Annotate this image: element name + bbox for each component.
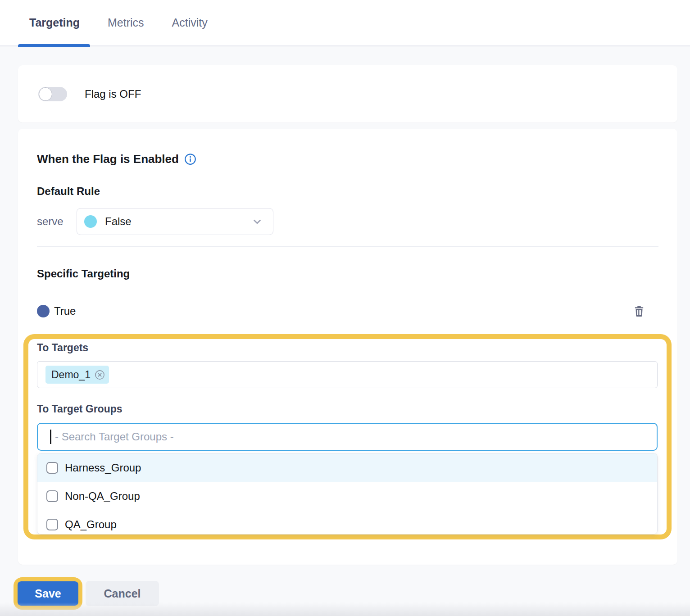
dropdown-option-label: Harness_Group [65, 462, 141, 474]
variation-true-label: True [54, 305, 76, 317]
targeting-rules-card: When the Flag is Enabled Default Rule se… [18, 129, 677, 565]
info-icon[interactable] [184, 153, 196, 165]
tab-activity-label: Activity [172, 16, 208, 29]
to-target-groups-label: To Target Groups [37, 403, 658, 416]
default-variation-select[interactable]: False [77, 208, 273, 235]
save-button[interactable]: Save [18, 581, 78, 606]
default-rule-heading: Default Rule [37, 185, 658, 198]
toggle-knob [39, 87, 52, 101]
tab-metrics[interactable]: Metrics [108, 0, 144, 46]
serve-label: serve [37, 215, 77, 228]
cancel-button[interactable]: Cancel [86, 581, 159, 606]
delete-rule-button[interactable] [632, 304, 646, 318]
dropdown-option-non-qa-group[interactable]: Non-QA_Group [37, 482, 657, 510]
tab-metrics-label: Metrics [108, 16, 144, 29]
to-targets-label: To Targets [37, 342, 658, 354]
remove-target-icon[interactable] [95, 370, 105, 380]
flag-state-label: Flag is OFF [85, 88, 141, 100]
variation-true-dot [37, 305, 50, 317]
target-groups-search-wrap [37, 423, 658, 451]
tab-targeting-label: Targeting [29, 16, 80, 29]
tab-bar: Targeting Metrics Activity [0, 0, 690, 46]
save-highlight-ring: Save [14, 577, 82, 610]
true-variation-row: True [37, 304, 658, 318]
tab-targeting[interactable]: Targeting [29, 0, 80, 46]
default-rule-serve-row: serve False [37, 208, 658, 235]
section-title: When the Flag is Enabled [37, 152, 658, 166]
chevron-down-icon [251, 216, 263, 227]
form-actions: Save Cancel [14, 577, 690, 610]
checkbox-harness-group[interactable] [46, 462, 58, 474]
checkbox-qa-group[interactable] [46, 519, 58, 530]
variation-false-dot [84, 215, 97, 228]
section-title-text: When the Flag is Enabled [37, 152, 179, 166]
text-cursor [50, 430, 51, 444]
section-divider [37, 246, 658, 247]
specific-targeting-heading: Specific Targeting [37, 267, 658, 280]
flag-toggle[interactable] [38, 87, 67, 101]
tab-activity[interactable]: Activity [172, 0, 208, 46]
target-groups-search-input[interactable] [37, 423, 658, 451]
target-groups-dropdown: Harness_Group Non-QA_Group QA_Group [37, 453, 658, 534]
dropdown-option-label: QA_Group [65, 518, 117, 531]
targets-input[interactable]: Demo_1 [37, 361, 658, 388]
targets-highlight-zone: To Targets Demo_1 To Target Groups [23, 334, 672, 539]
feature-flag-targeting-screen: Targeting Metrics Activity Flag is OFF W… [0, 0, 690, 616]
dropdown-option-harness-group[interactable]: Harness_Group [37, 453, 657, 482]
checkbox-non-qa-group[interactable] [46, 490, 58, 502]
dropdown-option-label: Non-QA_Group [65, 490, 140, 503]
dropdown-option-qa-group[interactable]: QA_Group [37, 510, 657, 534]
default-variation-value: False [105, 215, 132, 228]
target-chip: Demo_1 [45, 366, 109, 384]
target-chip-label: Demo_1 [51, 369, 91, 381]
flag-state-card: Flag is OFF [18, 65, 677, 122]
